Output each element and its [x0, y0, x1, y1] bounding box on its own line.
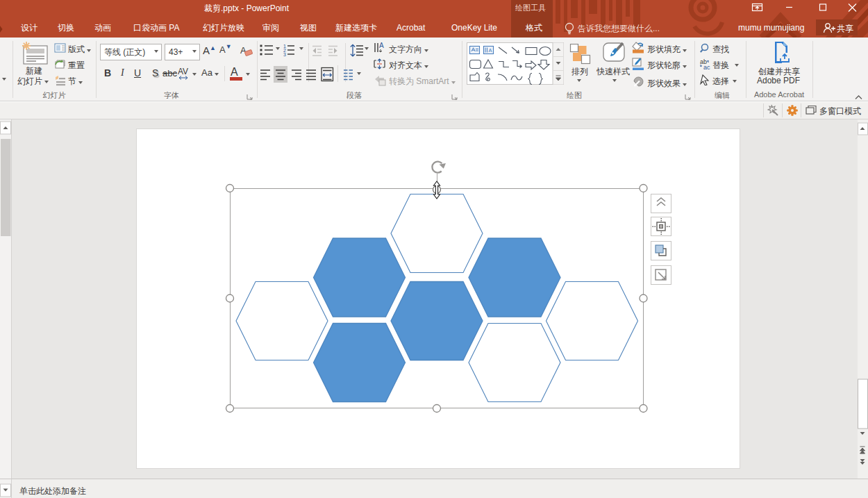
svg-text:A: A: [379, 42, 384, 49]
svg-text:A: A: [489, 47, 492, 53]
svg-text:ac: ac: [703, 64, 710, 69]
svg-text:AV: AV: [178, 67, 188, 76]
svg-text:3: 3: [283, 52, 286, 57]
